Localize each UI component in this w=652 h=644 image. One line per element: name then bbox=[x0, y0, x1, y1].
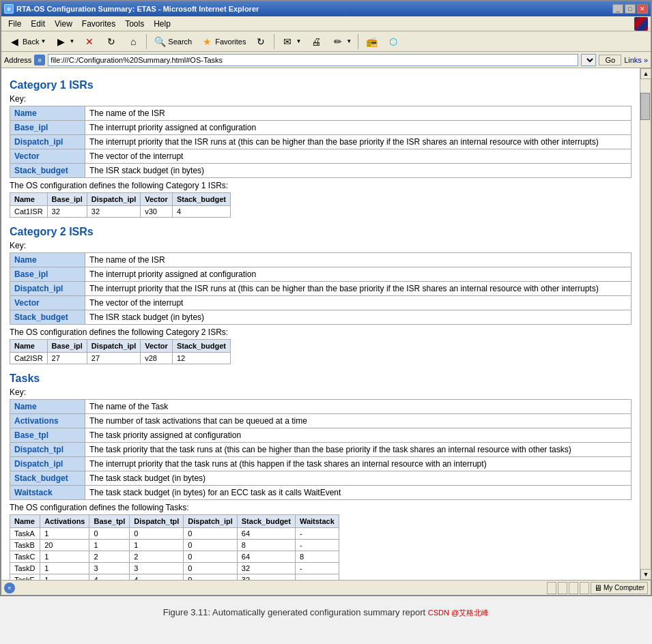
minimize-button[interactable]: _ bbox=[612, 4, 623, 14]
scroll-up-button[interactable]: ▲ bbox=[640, 68, 651, 79]
column-header: Stack_budget bbox=[172, 340, 230, 353]
menu-file[interactable]: File bbox=[4, 18, 25, 30]
mail-button[interactable]: ✉ ▼ bbox=[277, 33, 304, 50]
field-name: Base_ipl bbox=[10, 267, 85, 282]
media-button[interactable]: 📻 bbox=[361, 33, 382, 50]
menu-tools[interactable]: Tools bbox=[121, 18, 148, 30]
table-cell: 64 bbox=[237, 528, 295, 540]
table-cell: 32 bbox=[237, 563, 295, 574]
toolbar-separator-2 bbox=[274, 34, 274, 49]
forward-icon: ▶ bbox=[54, 35, 68, 48]
field-name: Dispatch_ipl bbox=[10, 282, 85, 296]
cat1-key-label: Key: bbox=[10, 94, 632, 104]
print-button[interactable]: 🖨 bbox=[306, 33, 326, 50]
column-header: Dispatch_ipl bbox=[87, 193, 140, 206]
maximize-button[interactable]: □ bbox=[625, 4, 636, 14]
menu-favorites[interactable]: Favorites bbox=[78, 18, 119, 30]
toolbar: ◀ Back ▼ ▶ ▼ ✕ ↻ ⌂ 🔍 Search ★ Favorites … bbox=[1, 31, 651, 52]
desc-row: VectorThe vector of the interrupt bbox=[10, 149, 632, 164]
column-header: Vector bbox=[141, 340, 173, 353]
field-name: Name bbox=[10, 253, 85, 267]
column-header: Base_ipl bbox=[47, 193, 87, 206]
field-desc: The task stack budget (in bytes) for an … bbox=[85, 486, 632, 500]
mail-icon: ✉ bbox=[281, 35, 294, 48]
close-button[interactable]: ✕ bbox=[637, 4, 648, 14]
menubar: File Edit View Favorites Tools Help bbox=[1, 16, 651, 31]
status-right: 🖥 My Computer bbox=[547, 582, 648, 594]
table-row: TaskD133032- bbox=[10, 563, 339, 574]
column-header: Dispatch_ipl bbox=[87, 340, 140, 353]
caption-suffix: CSDN @艾格北峰 bbox=[428, 609, 489, 617]
home-button[interactable]: ⌂ bbox=[123, 33, 143, 50]
tasks-data-table: NameActivationsBase_tplDispatch_tplDispa… bbox=[10, 514, 339, 580]
back-dropdown-icon[interactable]: ▼ bbox=[40, 38, 46, 44]
scrollbar-thumb[interactable] bbox=[640, 93, 650, 120]
column-header: Base_ipl bbox=[47, 340, 87, 353]
cat2-heading: Category 2 ISRs bbox=[10, 226, 632, 238]
table-cell: 32 bbox=[237, 574, 295, 581]
status-panel-1 bbox=[547, 582, 556, 594]
favorites-button[interactable]: ★ Favorites bbox=[197, 33, 249, 50]
toolbar-separator-1 bbox=[146, 34, 147, 49]
desc-row: VectorThe vector of the interrupt bbox=[10, 296, 632, 310]
field-desc: The ISR stack budget (in bytes) bbox=[85, 164, 632, 178]
field-desc: The interrupt priority that the ISR runs… bbox=[85, 282, 632, 296]
search-button[interactable]: 🔍 Search bbox=[150, 33, 195, 50]
refresh-button[interactable]: ↻ bbox=[101, 33, 122, 50]
table-cell: TaskA bbox=[10, 528, 40, 540]
field-desc: The number of task activations that can … bbox=[85, 414, 632, 428]
table-cell: 20 bbox=[40, 540, 89, 551]
favorites-label: Favorites bbox=[215, 38, 246, 46]
table-cell: 1 bbox=[89, 540, 130, 551]
table-cell: TaskC bbox=[10, 551, 40, 563]
links-label[interactable]: Links » bbox=[624, 56, 648, 64]
address-dropdown[interactable] bbox=[581, 54, 596, 66]
scroll-down-button[interactable]: ▼ bbox=[640, 569, 651, 580]
tasks-key-label: Key: bbox=[10, 387, 632, 397]
field-name: Vector bbox=[10, 149, 85, 164]
table-cell: 64 bbox=[237, 551, 295, 563]
edit-dropdown[interactable]: ▼ bbox=[346, 38, 352, 44]
field-desc: The interrupt priority assigned at confi… bbox=[85, 267, 632, 282]
cat1-data-para: The OS configuration defines the followi… bbox=[10, 181, 632, 190]
field-name: Dispatch_ipl bbox=[10, 135, 85, 149]
menu-edit[interactable]: Edit bbox=[27, 18, 49, 30]
table-cell: 8 bbox=[237, 540, 295, 551]
menu-help[interactable]: Help bbox=[150, 18, 175, 30]
forward-dropdown-icon[interactable]: ▼ bbox=[69, 38, 74, 44]
cat1-desc-table: NameThe name of the ISRBase_iplThe inter… bbox=[10, 106, 632, 178]
status-computer-panel: 🖥 My Computer bbox=[591, 582, 648, 594]
table-cell: - bbox=[295, 574, 339, 581]
menu-view[interactable]: View bbox=[51, 18, 76, 30]
table-cell: 0 bbox=[89, 528, 130, 540]
table-row: TaskA100064- bbox=[10, 528, 339, 540]
desc-row: Stack_budgetThe ISR stack budget (in byt… bbox=[10, 310, 632, 325]
table-cell: Cat2ISR bbox=[10, 353, 48, 364]
column-header: Stack_budget bbox=[237, 515, 295, 528]
messenger-icon: ⬡ bbox=[386, 35, 400, 48]
go-button[interactable]: Go bbox=[599, 55, 621, 65]
field-desc: The task priority assigned at configurat… bbox=[85, 428, 632, 443]
forward-button[interactable]: ▶ ▼ bbox=[51, 33, 78, 50]
field-name: Dispatch_ipl bbox=[10, 457, 85, 471]
table-cell: 2 bbox=[130, 551, 184, 563]
table-cell: 1 bbox=[40, 528, 89, 540]
desc-row: Base_iplThe interrupt priority assigned … bbox=[10, 121, 632, 135]
field-desc: The name of the Task bbox=[85, 400, 632, 414]
stop-button[interactable]: ✕ bbox=[79, 33, 100, 50]
table-header-row: NameActivationsBase_tplDispatch_tplDispa… bbox=[10, 515, 339, 528]
field-desc: The name of the ISR bbox=[85, 106, 632, 121]
messenger-button[interactable]: ⬡ bbox=[383, 33, 403, 50]
section-tasks: Tasks Key: NameThe name of the TaskActiv… bbox=[10, 372, 632, 580]
refresh-btn2[interactable]: ↻ bbox=[251, 33, 271, 50]
table-cell: 4 bbox=[130, 574, 184, 581]
back-button[interactable]: ◀ Back ▼ bbox=[4, 33, 49, 50]
mail-dropdown[interactable]: ▼ bbox=[296, 38, 301, 44]
table-cell: 27 bbox=[87, 353, 140, 364]
edit-button[interactable]: ✏ ▼ bbox=[328, 33, 355, 50]
star-icon: ★ bbox=[200, 35, 214, 48]
table-cell: 1 bbox=[40, 574, 89, 581]
addressbar: Address e Go Links » bbox=[1, 52, 651, 68]
address-input[interactable] bbox=[48, 54, 578, 66]
windows-logo bbox=[634, 17, 648, 31]
